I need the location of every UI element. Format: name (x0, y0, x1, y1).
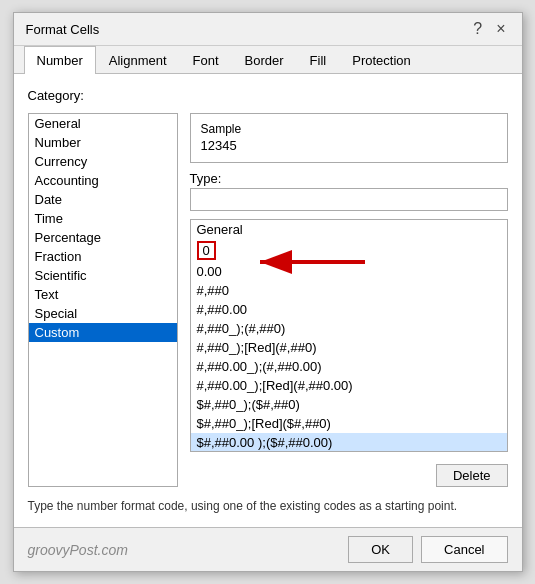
dialog-title: Format Cells (26, 22, 100, 37)
format-item[interactable]: $#,##0_);($#,##0) (191, 395, 507, 414)
brand-text: groovyPost.com (28, 542, 128, 558)
category-item[interactable]: General (29, 114, 177, 133)
category-item[interactable]: Time (29, 209, 177, 228)
right-panel: Sample 12345 Type: General 0 0.00 #,##0 … (190, 113, 508, 487)
category-item[interactable]: Number (29, 133, 177, 152)
format-item[interactable]: General (191, 220, 507, 239)
format-item[interactable]: 0.00 (191, 262, 507, 281)
delete-button[interactable]: Delete (436, 464, 508, 487)
format-item[interactable]: #,##0.00_);[Red](#,##0.00) (191, 376, 507, 395)
dialog-footer: groovyPost.com OK Cancel (14, 527, 522, 571)
title-bar-buttons: ? × (469, 21, 509, 37)
category-label: Category: (28, 88, 508, 103)
category-item[interactable]: Percentage (29, 228, 177, 247)
sample-value: 12345 (201, 138, 497, 153)
format-item-0-box: 0 (197, 241, 216, 260)
format-item[interactable]: #,##0.00_);(#,##0.00) (191, 357, 507, 376)
format-item[interactable]: $#,##0_);[Red]($#,##0) (191, 414, 507, 433)
category-item[interactable]: Special (29, 304, 177, 323)
category-list-container: General Number Currency Accounting Date … (28, 113, 178, 487)
title-bar: Format Cells ? × (14, 13, 522, 46)
sample-label: Sample (201, 122, 497, 136)
dialog-content: Category: General Number Currency Accoun… (14, 74, 522, 527)
format-item-last[interactable]: $#,##0.00 );($#,##0.00) (191, 433, 507, 452)
category-item[interactable]: Fraction (29, 247, 177, 266)
tab-alignment[interactable]: Alignment (96, 46, 180, 74)
format-cells-dialog: Format Cells ? × Number Alignment Font B… (13, 12, 523, 572)
help-button[interactable]: ? (469, 21, 486, 37)
category-item[interactable]: Scientific (29, 266, 177, 285)
type-section: Type: (190, 171, 508, 211)
tab-font[interactable]: Font (180, 46, 232, 74)
format-item-0[interactable]: 0 (191, 239, 507, 262)
delete-btn-row: Delete (190, 464, 508, 487)
tab-protection[interactable]: Protection (339, 46, 424, 74)
main-row: General Number Currency Accounting Date … (28, 113, 508, 487)
format-list-section: General 0 0.00 #,##0 #,##0.00 #,##0_);(#… (190, 219, 508, 452)
tab-fill[interactable]: Fill (297, 46, 340, 74)
type-input[interactable] (190, 188, 508, 211)
hint-text: Type the number format code, using one o… (28, 495, 508, 513)
tab-number[interactable]: Number (24, 46, 96, 74)
category-item[interactable]: Currency (29, 152, 177, 171)
category-item-custom[interactable]: Custom (29, 323, 177, 342)
format-item[interactable]: #,##0 (191, 281, 507, 300)
ok-button[interactable]: OK (348, 536, 413, 563)
format-item[interactable]: #,##0.00 (191, 300, 507, 319)
tab-border[interactable]: Border (232, 46, 297, 74)
sample-section: Sample 12345 (190, 113, 508, 163)
format-item[interactable]: #,##0_);(#,##0) (191, 319, 507, 338)
format-list[interactable]: General 0 0.00 #,##0 #,##0.00 #,##0_);(#… (190, 219, 508, 452)
tab-bar: Number Alignment Font Border Fill Protec… (14, 46, 522, 74)
category-item[interactable]: Text (29, 285, 177, 304)
close-button[interactable]: × (492, 21, 509, 37)
format-item[interactable]: #,##0_);[Red](#,##0) (191, 338, 507, 357)
category-item[interactable]: Date (29, 190, 177, 209)
footer-buttons: OK Cancel (348, 536, 507, 563)
type-label: Type: (190, 171, 508, 186)
category-list[interactable]: General Number Currency Accounting Date … (28, 113, 178, 487)
category-item[interactable]: Accounting (29, 171, 177, 190)
cancel-button[interactable]: Cancel (421, 536, 507, 563)
